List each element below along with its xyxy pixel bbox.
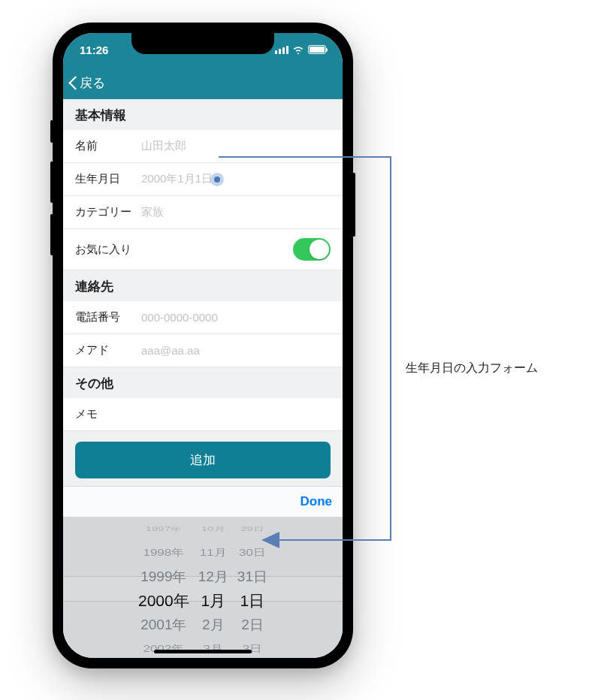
row-name[interactable]: 名前 山田太郎: [63, 130, 343, 163]
annotation-connector: [390, 156, 391, 541]
favorite-label: お気に入り: [75, 243, 131, 257]
picker-year-column[interactable]: 1997年 1998年 1999年 2000年 2001年 2002年 2003…: [138, 517, 189, 658]
row-dob[interactable]: 生年月日 2000年1月1日: [63, 163, 343, 196]
phone-label: 電話番号: [75, 310, 141, 324]
picker-month-column[interactable]: 10月 11月 12月 1月 2月 3月 4月: [198, 517, 228, 658]
annotation-connector: [278, 539, 391, 541]
row-category[interactable]: カテゴリー 家族: [63, 196, 343, 229]
dob-field[interactable]: 2000年1月1日: [141, 172, 331, 186]
section-header-basic: 基本情報: [63, 99, 343, 130]
row-favorite: お気に入り: [63, 229, 343, 270]
status-time: 11:26: [80, 44, 108, 56]
home-indicator[interactable]: [154, 650, 252, 653]
signal-icon: [275, 46, 288, 54]
favorite-toggle[interactable]: [293, 238, 331, 261]
row-email[interactable]: メアド aaa@aa.aa: [63, 334, 343, 367]
form-content: 基本情報 名前 山田太郎 生年月日 2000年1月1日 カテゴリー 家族: [63, 99, 343, 658]
screen: 11:26 戻る 基本情報 名前 山田太郎 生年月日: [63, 33, 343, 658]
email-label: メアド: [75, 343, 141, 358]
annotation-label: 生年月日の入力フォーム: [406, 361, 538, 376]
status-indicators: [275, 45, 326, 54]
email-field[interactable]: aaa@aa.aa: [141, 344, 331, 357]
chevron-left-icon: [69, 75, 78, 90]
battery-icon: [308, 45, 326, 54]
category-label: カテゴリー: [75, 205, 141, 219]
power-button: [352, 173, 355, 237]
side-button: [50, 120, 53, 143]
nav-bar: 戻る: [63, 66, 343, 99]
phone-field[interactable]: 000-0000-0000: [141, 311, 331, 324]
volume-up-button: [50, 161, 53, 203]
date-picker[interactable]: 1997年 1998年 1999年 2000年 2001年 2002年 2003…: [63, 517, 343, 658]
dob-label: 生年月日: [75, 172, 141, 186]
wifi-icon: [292, 45, 304, 54]
back-label: 戻る: [80, 74, 105, 92]
annotation-connector: [219, 156, 391, 158]
row-phone[interactable]: 電話番号 000-0000-0000: [63, 301, 343, 334]
category-field[interactable]: 家族: [141, 205, 331, 219]
name-label: 名前: [75, 139, 141, 153]
notch: [131, 33, 274, 54]
done-button[interactable]: Done: [301, 494, 333, 509]
add-button[interactable]: 追加: [75, 442, 331, 478]
phone-frame: 11:26 戻る 基本情報 名前 山田太郎 生年月日: [53, 23, 353, 668]
callout-marker: [210, 173, 224, 186]
memo-label: メモ: [75, 407, 141, 421]
row-memo[interactable]: メモ: [63, 398, 343, 431]
section-header-other: その他: [63, 367, 343, 398]
picker-toolbar: Done: [63, 486, 343, 517]
name-field[interactable]: 山田太郎: [141, 139, 331, 153]
volume-down-button: [50, 214, 53, 255]
annotation-arrow-icon: [261, 532, 279, 548]
back-button[interactable]: 戻る: [69, 74, 105, 92]
section-header-contact: 連絡先: [63, 270, 343, 301]
